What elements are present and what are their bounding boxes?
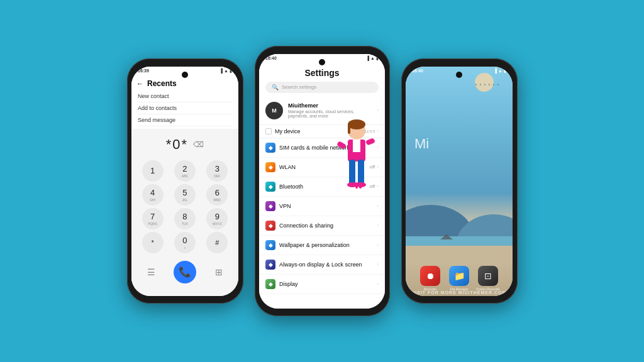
punch-hole-1 xyxy=(182,72,188,78)
menu-item-add-to-contacts[interactable]: Add to contacts xyxy=(138,102,233,114)
app-file-manager[interactable]: 📁 File Manager xyxy=(447,266,471,291)
phone1-status-icons: ▐ ▲ ▮ xyxy=(219,69,232,74)
app-screen-recorder[interactable]: ⊡ Screen Recorder xyxy=(476,266,500,291)
call-button[interactable]: 📞 xyxy=(174,261,196,283)
bird-2: ∧ xyxy=(479,82,482,86)
phone1-top: ← Recents New contact Add to contacts Se… xyxy=(131,75,238,129)
aod-chevron-icon: › xyxy=(377,261,379,267)
settings-item-sim[interactable]: ◆ SIM cards & mobile networks › xyxy=(259,138,385,158)
settings-item-left: ◆ SIM cards & mobile networks xyxy=(265,143,353,153)
bluetooth-label: Bluetooth xyxy=(279,184,303,190)
phone3-status-icons: ▐ ▲ ▮ xyxy=(494,69,506,74)
wifi-icon: ▲ xyxy=(224,69,228,73)
key-5[interactable]: 5JKL xyxy=(174,184,196,206)
account-name: Miuithemer xyxy=(288,102,372,109)
wallpaper-label: Wallpaper & personalization xyxy=(279,242,350,248)
wlan-value: off xyxy=(370,164,375,170)
recorder-icon: ⏺ xyxy=(420,266,440,286)
key-8[interactable]: 8TUV xyxy=(174,208,196,229)
device-left: My device xyxy=(265,128,301,134)
delete-icon[interactable]: ⌫ xyxy=(193,140,204,149)
dialpad-icon[interactable]: ☰ xyxy=(147,267,155,277)
dialer-bottom: ☰ 📞 ⊞ xyxy=(131,256,238,288)
key-6[interactable]: 6MNO xyxy=(206,184,228,206)
phone3-screen: 16:40 ▐ ▲ ▮ ∧ ∧ ∧ ∧ ∧ ∧ xyxy=(406,67,513,296)
battery-icon: ▮ xyxy=(230,69,232,74)
recents-menu-items: New contact Add to contacts Send message xyxy=(138,90,233,126)
settings-item-wlan[interactable]: ◆ WLAN off › xyxy=(259,158,385,177)
settings-right: off › xyxy=(370,184,379,189)
landscape xyxy=(406,177,513,265)
account-chevron-icon: › xyxy=(377,107,379,113)
key-9[interactable]: 9WXYZ xyxy=(206,208,228,229)
settings-right: off › xyxy=(370,164,379,170)
aod-icon: ◆ xyxy=(265,260,275,270)
connection-label: Connection & sharing xyxy=(279,222,333,229)
home-watermark: VISIT FOR MORE MIUITHEMER.COM xyxy=(406,289,513,296)
wifi-icon: ▲ xyxy=(498,69,502,73)
settings-right: › xyxy=(377,222,379,228)
bird-1: ∧ xyxy=(475,82,477,86)
phone-2: 16:40 ▐ ▲ ▮ Settings 🔍 Search settings xyxy=(255,46,390,316)
contacts-icon[interactable]: ⊞ xyxy=(215,267,223,277)
sim-chevron-icon: › xyxy=(377,145,379,150)
settings-account[interactable]: M Miuithemer Manage accounts, cloud serv… xyxy=(259,97,385,125)
settings-item-left: ◆ Wallpaper & personalization xyxy=(265,240,350,250)
settings-item-bluetooth[interactable]: ◆ Bluetooth off › xyxy=(259,177,385,197)
search-icon: 🔍 xyxy=(272,84,279,90)
settings-right: › xyxy=(377,145,379,150)
settings-item-aod[interactable]: ◆ Always-on display & Lock screen › xyxy=(259,255,385,275)
settings-right: › xyxy=(377,203,379,209)
watermark: VISIT FOR MORE MIUITHEMER.COM xyxy=(259,302,385,309)
search-box[interactable]: 🔍 Search settings xyxy=(265,82,379,93)
key-3[interactable]: 3DEF xyxy=(206,160,228,182)
vpn-label: VPN xyxy=(279,203,291,209)
phone1-time: 16:39 xyxy=(138,69,149,73)
bird-3: ∧ xyxy=(484,82,486,86)
settings-device-row[interactable]: My device MIUI 12.5.5 › xyxy=(259,125,385,138)
key-star[interactable]: * xyxy=(142,232,164,253)
bluetooth-chevron-icon: › xyxy=(377,184,379,189)
app-recorder[interactable]: ⏺ Recorder xyxy=(418,266,442,291)
key-7[interactable]: 7PQRS xyxy=(142,208,164,229)
bird-6: ∧ xyxy=(497,82,499,86)
display-chevron-icon: › xyxy=(377,281,379,287)
settings-item-wallpaper[interactable]: ◆ Wallpaper & personalization › xyxy=(259,236,385,255)
keypad: 1 2ABC 3DEF 4GHI 5JKL 6MNO 7PQRS 8TUV 9W… xyxy=(131,158,238,256)
settings-item-left: ◆ Display xyxy=(265,279,298,289)
menu-item-send-message[interactable]: Send message xyxy=(138,114,233,126)
display-icon: ◆ xyxy=(265,279,275,289)
connection-chevron-icon: › xyxy=(377,222,379,228)
settings-item-vpn[interactable]: ◆ VPN › xyxy=(259,197,385,216)
settings-right: › xyxy=(377,281,379,287)
signal-icon: ▐ xyxy=(494,69,497,73)
sim-label: SIM cards & mobile networks xyxy=(279,145,353,151)
settings-item-left: ◆ WLAN xyxy=(265,162,296,172)
back-arrow-icon[interactable]: ← xyxy=(136,80,143,87)
settings-title: Settings xyxy=(265,68,379,78)
menu-item-new-contact[interactable]: New contact xyxy=(138,90,233,102)
battery-icon: ▮ xyxy=(376,56,379,61)
birds: ∧ ∧ ∧ ∧ ∧ ∧ xyxy=(475,82,506,86)
battery-icon: ▮ xyxy=(504,69,506,74)
key-1[interactable]: 1 xyxy=(142,160,164,182)
mi-greeting: Mi xyxy=(414,136,429,152)
key-2[interactable]: 2ABC xyxy=(174,160,196,182)
dialer-number-display: *0* xyxy=(166,136,188,153)
device-checkbox xyxy=(265,128,272,134)
key-4[interactable]: 4GHI xyxy=(142,184,164,206)
settings-right: › xyxy=(377,242,379,248)
bird-5: ∧ xyxy=(492,82,495,86)
recents-title: Recents xyxy=(147,79,177,88)
settings-item-connection[interactable]: ◆ Connection & sharing › xyxy=(259,216,385,236)
settings-item-display[interactable]: ◆ Display › xyxy=(259,275,385,294)
signal-icon: ▐ xyxy=(366,56,369,60)
wlan-chevron-icon: › xyxy=(377,164,379,170)
key-hash[interactable]: # xyxy=(206,232,228,253)
settings-right: › xyxy=(377,261,379,267)
search-placeholder: Search settings xyxy=(282,84,316,90)
sim-icon: ◆ xyxy=(265,143,275,153)
wallpaper-icon: ◆ xyxy=(265,240,275,250)
punch-hole-2 xyxy=(319,59,325,65)
key-0[interactable]: 0+ xyxy=(174,232,196,253)
